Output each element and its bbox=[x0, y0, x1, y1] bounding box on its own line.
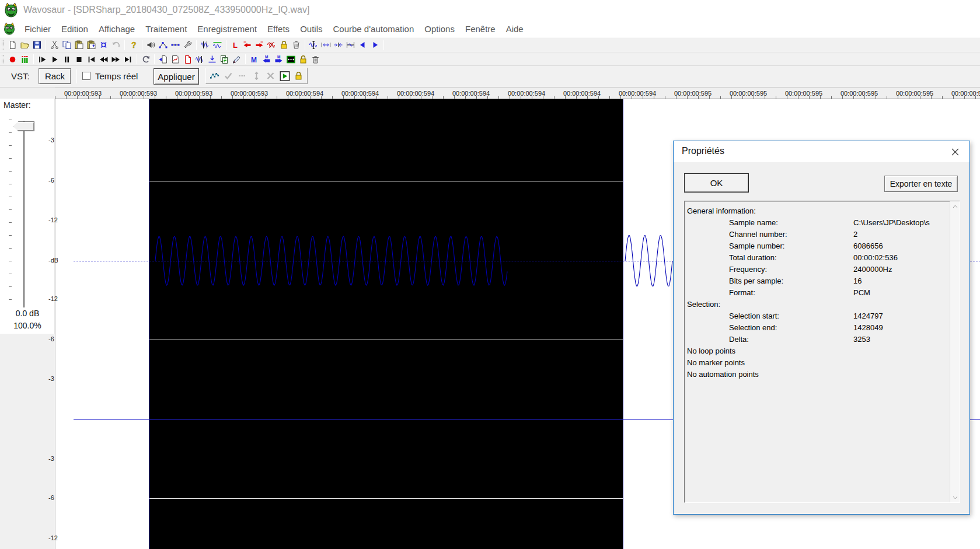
delete-curve-button[interactable] bbox=[264, 71, 277, 82]
lock-button[interactable] bbox=[297, 54, 309, 65]
normalize-button[interactable] bbox=[206, 54, 218, 65]
level-meter-button[interactable] bbox=[19, 54, 31, 65]
marker-m-button[interactable]: M bbox=[248, 54, 260, 65]
listbox-scrollbar[interactable] bbox=[950, 201, 960, 502]
menu-item-traitement[interactable]: Traitement bbox=[140, 22, 192, 36]
properties-listbox[interactable]: General information: Sample name:C:\User… bbox=[684, 201, 960, 503]
menu-item-fichier[interactable]: Fichier bbox=[19, 22, 56, 36]
play-button[interactable] bbox=[48, 54, 61, 65]
master-slider-handle[interactable] bbox=[13, 121, 34, 131]
toolbar-grip[interactable] bbox=[2, 55, 4, 64]
options-button[interactable] bbox=[182, 40, 194, 51]
apply-button[interactable]: Appliquer bbox=[154, 68, 199, 85]
scroll-down-button[interactable] bbox=[950, 492, 960, 502]
cut-button[interactable] bbox=[48, 40, 61, 51]
validate-curve-button[interactable] bbox=[222, 71, 235, 82]
vst-rack-button[interactable]: Rack bbox=[39, 68, 71, 84]
export-snapshot-button[interactable] bbox=[182, 54, 194, 65]
new-file-button[interactable] bbox=[6, 40, 19, 51]
red-left-arrow-icon bbox=[242, 40, 252, 50]
marker-button[interactable]: L bbox=[229, 40, 241, 51]
scroll-up-button[interactable] bbox=[950, 201, 960, 211]
ok-button[interactable]: OK bbox=[684, 173, 749, 193]
help-button[interactable]: ? bbox=[127, 40, 139, 51]
wave-insert-button[interactable] bbox=[199, 40, 211, 51]
erase-markers-button[interactable] bbox=[290, 40, 302, 51]
menu-item-options[interactable]: Options bbox=[419, 22, 460, 36]
copy-button[interactable] bbox=[61, 40, 73, 51]
open-file-button[interactable] bbox=[19, 40, 31, 51]
wavosaur-system-menu-icon[interactable] bbox=[3, 22, 16, 35]
undo-button[interactable] bbox=[110, 40, 122, 51]
master-slider-track[interactable] bbox=[23, 121, 26, 307]
list-item: Bits per sample:16 bbox=[685, 277, 950, 288]
forward-button[interactable] bbox=[110, 54, 122, 65]
time-ruler[interactable]: 00:00:00:593 00:00:00:593 00:00:00:593 0… bbox=[55, 88, 980, 99]
menu-item-fenetre[interactable]: Fenêtre bbox=[460, 22, 501, 36]
wave-vertical-arrow-icon bbox=[309, 40, 319, 50]
analysis-button[interactable] bbox=[169, 54, 182, 65]
view-bounds-button[interactable] bbox=[344, 40, 357, 51]
play-automation-button[interactable] bbox=[278, 71, 291, 82]
automation-curve-button[interactable] bbox=[208, 71, 221, 82]
zoom-selection-right-button[interactable] bbox=[332, 40, 344, 51]
play-region-button[interactable] bbox=[285, 54, 297, 65]
previous-marker-button[interactable] bbox=[241, 40, 253, 51]
trash-button[interactable] bbox=[309, 54, 322, 65]
menu-item-enregistrement[interactable]: Enregistrement bbox=[192, 22, 262, 36]
menu-item-courbe-automation[interactable]: Courbe d'automation bbox=[327, 22, 419, 36]
envelope-tool-button[interactable] bbox=[169, 40, 182, 51]
stop-button[interactable] bbox=[73, 54, 85, 65]
save-file-button[interactable] bbox=[31, 40, 43, 51]
delete-markers-button[interactable] bbox=[266, 40, 278, 51]
toolbar-grip[interactable] bbox=[2, 40, 4, 50]
next-marker-m-button[interactable]: M bbox=[273, 54, 285, 65]
dashes-icon bbox=[238, 71, 247, 81]
lock-markers-button[interactable] bbox=[278, 40, 290, 51]
next-view-button[interactable] bbox=[369, 40, 381, 51]
ruler-label: 00:00:00:593 bbox=[231, 90, 268, 97]
list-item: Selection end:1428049 bbox=[685, 323, 950, 335]
close-button[interactable] bbox=[947, 144, 962, 159]
paste-as-new-button[interactable] bbox=[85, 40, 97, 51]
paste-button[interactable] bbox=[73, 40, 85, 51]
menu-item-outils[interactable]: Outils bbox=[295, 22, 327, 36]
vertical-fit-button[interactable] bbox=[250, 71, 263, 82]
previous-marker-m-button[interactable]: M bbox=[260, 54, 273, 65]
rewind-button[interactable] bbox=[97, 54, 110, 65]
zoom-selection-left-button[interactable] bbox=[320, 40, 332, 51]
wave-bars-button[interactable] bbox=[194, 54, 206, 65]
pen-edit-button[interactable] bbox=[231, 54, 243, 65]
node-tool-button[interactable] bbox=[157, 40, 169, 51]
pause-button[interactable] bbox=[61, 54, 73, 65]
menu-item-effets[interactable]: Effets bbox=[262, 22, 295, 36]
menu-item-edition[interactable]: Edition bbox=[56, 22, 93, 36]
db-label: -3 bbox=[48, 137, 54, 144]
insert-file-button[interactable] bbox=[157, 54, 169, 65]
zoom-vertical-button[interactable] bbox=[308, 40, 320, 51]
selection-right-edge[interactable] bbox=[623, 99, 623, 549]
show-points-button[interactable] bbox=[236, 71, 249, 82]
go-start-button[interactable] bbox=[85, 54, 97, 65]
batch-button[interactable] bbox=[218, 54, 231, 65]
next-marker-button[interactable] bbox=[253, 40, 266, 51]
previous-view-button[interactable] bbox=[357, 40, 369, 51]
record-button[interactable] bbox=[6, 54, 19, 65]
normalize-arrow-icon bbox=[207, 55, 217, 64]
dialog-title-bar[interactable]: Propriétés bbox=[674, 141, 969, 162]
svg-text:L: L bbox=[233, 41, 238, 50]
play-from-cursor-button[interactable] bbox=[36, 54, 48, 65]
realtime-checkbox[interactable] bbox=[82, 72, 90, 80]
transport-toolbar: M M M bbox=[0, 53, 980, 66]
selection-left-edge[interactable] bbox=[149, 99, 149, 549]
ruler-label: 00:00:00:595 bbox=[951, 90, 980, 97]
mix-paste-button[interactable] bbox=[97, 40, 110, 51]
wave-crop-button[interactable] bbox=[211, 40, 224, 51]
menu-item-aide[interactable]: Aide bbox=[501, 22, 529, 36]
menu-item-affichage[interactable]: Affichage bbox=[93, 22, 140, 36]
loop-button[interactable] bbox=[139, 54, 152, 65]
lock-automation-button[interactable] bbox=[292, 71, 305, 82]
go-end-button[interactable] bbox=[122, 54, 134, 65]
volume-button[interactable] bbox=[145, 40, 157, 51]
export-text-button[interactable]: Exporter en texte bbox=[884, 176, 958, 192]
